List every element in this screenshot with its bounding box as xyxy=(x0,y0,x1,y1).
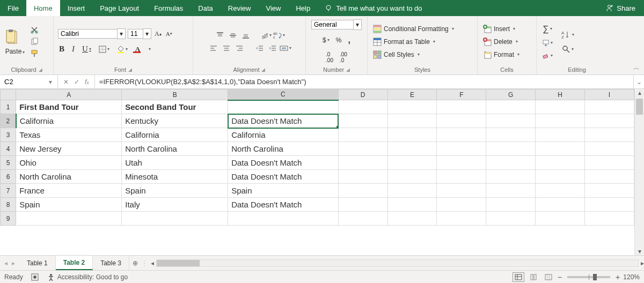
clear-icon[interactable] xyxy=(541,51,554,61)
cell-E9[interactable] xyxy=(387,212,437,226)
decrease-font-icon[interactable]: A▾ xyxy=(165,29,173,38)
cancel-formula-icon[interactable]: ✕ xyxy=(63,78,69,86)
cell-F4[interactable] xyxy=(437,142,486,156)
cell-C7[interactable]: Spain xyxy=(228,184,339,198)
select-all-corner[interactable] xyxy=(1,90,16,100)
row-header-7[interactable]: 7 xyxy=(1,184,16,198)
name-box-input[interactable] xyxy=(0,77,43,86)
accessibility-icon[interactable] xyxy=(47,273,55,281)
cell-I2[interactable] xyxy=(585,114,634,128)
font-dialog-icon[interactable]: ◢ xyxy=(128,67,132,72)
cell-B7[interactable]: Spain xyxy=(122,184,228,198)
zoom-out-icon[interactable]: − xyxy=(558,273,562,281)
wrap-text-icon[interactable]: abc xyxy=(275,31,283,40)
cell-F5[interactable] xyxy=(437,156,486,170)
cell-G1[interactable] xyxy=(486,100,536,114)
tab-split-handle[interactable]: ⋮ xyxy=(141,259,151,267)
cell-H8[interactable] xyxy=(536,198,585,212)
autosum-icon[interactable]: ∑ xyxy=(541,23,554,35)
cell-F8[interactable] xyxy=(437,198,486,212)
cell-A3[interactable]: Texas xyxy=(16,128,122,142)
cell-H1[interactable] xyxy=(536,100,585,114)
underline-button[interactable]: U xyxy=(81,43,92,55)
cell-G2[interactable] xyxy=(486,114,536,128)
hscroll-thumb[interactable] xyxy=(157,260,200,266)
comma-format-icon[interactable]: , xyxy=(347,34,351,46)
cell-styles-button[interactable]: Cell Styles xyxy=(372,49,421,60)
zoom-slider[interactable] xyxy=(567,276,610,278)
decrease-indent-icon[interactable] xyxy=(255,44,264,53)
cell-D4[interactable] xyxy=(338,142,387,156)
cell-C8[interactable]: Data Doesn't Match xyxy=(228,198,339,212)
row-header-1[interactable]: 1 xyxy=(1,100,16,114)
format-as-table-button[interactable]: Format as Table xyxy=(372,36,436,47)
cell-G4[interactable] xyxy=(486,142,536,156)
column-headers[interactable]: ABCDEFGHI xyxy=(1,90,634,100)
cell-A2[interactable]: California xyxy=(16,114,122,128)
find-select-icon[interactable] xyxy=(560,44,575,55)
cell-H4[interactable] xyxy=(536,142,585,156)
row-header-9[interactable]: 9 xyxy=(1,212,16,226)
paste-label[interactable]: Paste xyxy=(4,48,26,55)
cell-G7[interactable] xyxy=(486,184,536,198)
italic-button[interactable]: I xyxy=(71,43,76,55)
cell-G3[interactable] xyxy=(486,128,536,142)
cell-F9[interactable] xyxy=(437,212,486,226)
align-center-icon[interactable] xyxy=(222,44,231,53)
col-header-H[interactable]: H xyxy=(536,90,585,100)
hscroll-left-icon[interactable]: ◂ xyxy=(151,259,154,267)
cell-B1[interactable]: Second Band Tour xyxy=(122,100,228,114)
cell-F6[interactable] xyxy=(437,170,486,184)
cell-I9[interactable] xyxy=(585,212,634,226)
cell-B4[interactable]: North Carolina xyxy=(122,142,228,156)
sheet-nav-next-icon[interactable]: ▸ xyxy=(12,259,15,267)
cell-I3[interactable] xyxy=(585,128,634,142)
cell-E7[interactable] xyxy=(387,184,437,198)
vertical-scrollbar[interactable]: ▴ ▾ xyxy=(634,89,644,255)
cell-C9[interactable] xyxy=(228,212,339,226)
col-header-E[interactable]: E xyxy=(387,90,437,100)
row-header-5[interactable]: 5 xyxy=(1,156,16,170)
increase-font-icon[interactable]: A▴ xyxy=(153,29,163,39)
paste-icon[interactable] xyxy=(4,28,20,47)
clipboard-dialog-icon[interactable]: ◢ xyxy=(39,67,42,72)
decrease-decimal-icon[interactable]: .00.0 xyxy=(339,50,348,64)
font-name-combo[interactable]: ▾ xyxy=(58,28,126,39)
cell-D5[interactable] xyxy=(338,156,387,170)
normal-view-icon[interactable] xyxy=(513,272,524,282)
tell-me-search[interactable]: Tell me what you want to do xyxy=(324,4,422,12)
zoom-in-icon[interactable]: + xyxy=(616,273,620,281)
tab-page-layout[interactable]: Page Layout xyxy=(92,0,147,16)
fill-icon[interactable] xyxy=(541,38,554,48)
row-header-3[interactable]: 3 xyxy=(1,128,16,142)
row-header-2[interactable]: 2 xyxy=(1,114,16,128)
zoom-level[interactable]: 120% xyxy=(623,273,640,281)
cell-A9[interactable] xyxy=(16,212,122,226)
align-left-icon[interactable] xyxy=(209,44,218,53)
cell-F7[interactable] xyxy=(437,184,486,198)
cell-A4[interactable]: New Jersey xyxy=(16,142,122,156)
tab-help[interactable]: Help xyxy=(288,0,318,16)
tab-home[interactable]: Home xyxy=(26,0,60,16)
cell-A1[interactable]: First Band Tour xyxy=(16,100,122,114)
cell-C1[interactable] xyxy=(228,100,339,114)
increase-indent-icon[interactable] xyxy=(268,44,277,53)
share-button[interactable]: Share xyxy=(596,4,644,12)
cell-E2[interactable] xyxy=(387,114,437,128)
insert-cells-button[interactable]: Insert xyxy=(482,24,516,34)
cell-E5[interactable] xyxy=(387,156,437,170)
row-header-8[interactable]: 8 xyxy=(1,198,16,212)
col-header-D[interactable]: D xyxy=(338,90,387,100)
fill-color-icon[interactable] xyxy=(116,44,129,54)
align-middle-icon[interactable] xyxy=(229,31,237,40)
col-header-F[interactable]: F xyxy=(437,90,486,100)
borders-icon[interactable] xyxy=(98,44,111,54)
collapse-ribbon-icon[interactable]: ︿ xyxy=(633,63,640,72)
cell-H5[interactable] xyxy=(536,156,585,170)
font-size-combo[interactable]: ▾ xyxy=(128,28,151,39)
sheet-tab-table-1[interactable]: Table 1 xyxy=(19,256,56,270)
cell-E6[interactable] xyxy=(387,170,437,184)
cell-D2[interactable] xyxy=(338,114,387,128)
fx-icon[interactable]: fx xyxy=(85,78,89,86)
cell-E8[interactable] xyxy=(387,198,437,212)
